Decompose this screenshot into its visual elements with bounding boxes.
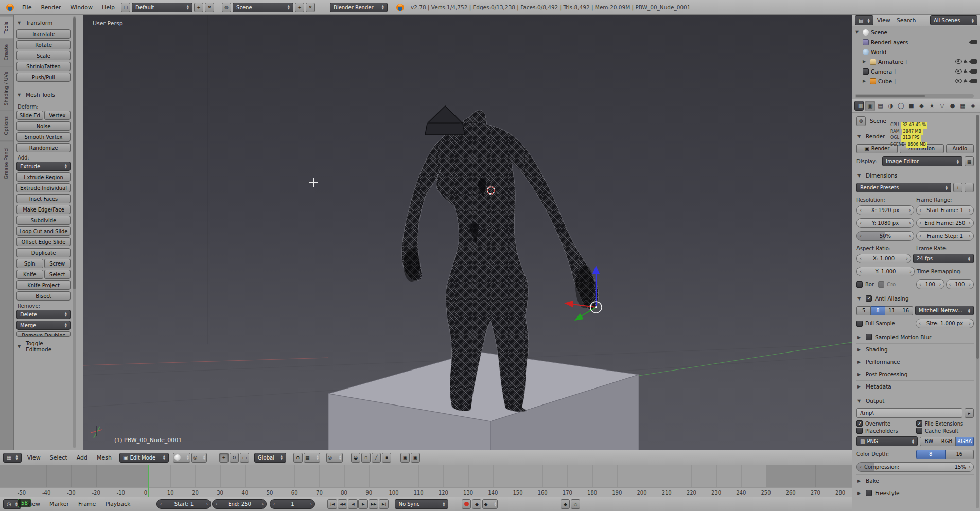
topbar-menu-item[interactable]: Render bbox=[36, 3, 65, 12]
scene-select[interactable]: Scene bbox=[233, 3, 293, 12]
expand-arrow-icon[interactable]: ▶ bbox=[863, 79, 868, 83]
outliner-row-cube[interactable]: ▶ Cube | bbox=[854, 76, 978, 86]
new-window-button[interactable]: ▦ bbox=[965, 156, 974, 166]
properties-tab[interactable]: ◈ bbox=[968, 101, 978, 111]
pedestal-cube[interactable] bbox=[328, 351, 639, 450]
properties-tab[interactable]: ▽ bbox=[937, 101, 947, 111]
tool-shelf-tab[interactable]: Create bbox=[0, 39, 13, 66]
scrollbar-thumb[interactable] bbox=[856, 95, 925, 97]
add-layout-button[interactable]: + bbox=[194, 3, 203, 12]
properties-tab[interactable]: ▤ bbox=[876, 101, 885, 111]
sync-mode-select[interactable]: No Sync bbox=[395, 499, 448, 509]
viewport-shading-select[interactable] bbox=[173, 453, 190, 463]
selectability-toggle-icon[interactable] bbox=[964, 69, 968, 74]
scene-datablock-icon[interactable]: ◍ bbox=[222, 3, 231, 12]
transform-tool-button[interactable]: Translate bbox=[16, 29, 71, 39]
resolution-x-field[interactable]: X: 1920 px bbox=[856, 205, 914, 215]
visibility-toggle-icon[interactable] bbox=[955, 79, 962, 83]
outliner-row-camera[interactable]: Camera | bbox=[854, 66, 978, 76]
z-axis-handle[interactable] bbox=[592, 266, 600, 274]
add-tool-button[interactable]: Knife Project bbox=[16, 280, 71, 290]
outliner-row-renderlayers[interactable]: RenderLayers bbox=[854, 37, 978, 47]
renderability-toggle-icon[interactable] bbox=[971, 69, 977, 74]
timeline-menu-item[interactable]: Playback bbox=[100, 499, 135, 509]
deform-tool-button[interactable]: Noise bbox=[16, 121, 71, 131]
aa-samples-8-button[interactable]: 8 bbox=[871, 306, 885, 315]
tool-shelf-tab[interactable]: Shading / UVs bbox=[0, 66, 13, 111]
panel-header-mesh-tools[interactable]: ▼ Mesh Tools bbox=[16, 88, 71, 101]
mode-select[interactable]: ▣ Edit Mode bbox=[119, 453, 169, 463]
color-mode-bw-button[interactable]: BW bbox=[920, 437, 938, 446]
knife-button[interactable]: Knife bbox=[16, 270, 43, 279]
panel-header-output[interactable]: ▼ Output bbox=[856, 394, 974, 408]
current-frame-cursor[interactable] bbox=[148, 465, 149, 497]
limit-selection-toggle[interactable]: ◒ bbox=[351, 453, 360, 463]
aa-samples-16-button[interactable]: 16 bbox=[899, 306, 913, 315]
collapsed-panel-header[interactable]: ▶ Post Processing bbox=[856, 368, 974, 380]
add-tool-button[interactable]: Offset Edge Slide bbox=[16, 237, 71, 246]
manipulator-rotate-toggle[interactable]: ↻ bbox=[230, 453, 239, 463]
aspect-x-field[interactable]: X: 1.000 bbox=[856, 254, 911, 263]
add-tool-button[interactable]: Duplicate bbox=[16, 248, 71, 257]
viewport-menu-item[interactable]: View bbox=[23, 453, 45, 463]
panel-header-toggle-editmode[interactable]: ▼ Toggle Editmode bbox=[16, 340, 71, 353]
color-mode-rgba-button[interactable]: RGBA bbox=[956, 437, 974, 446]
full-sample-checkbox[interactable]: Full Sample bbox=[856, 321, 914, 327]
properties-tab[interactable]: ◆ bbox=[917, 101, 926, 111]
outliner-filter-select[interactable]: All Scenes bbox=[930, 15, 977, 25]
aa-samples-11-button[interactable]: 11 bbox=[885, 306, 899, 315]
properties-tab[interactable]: ◑ bbox=[886, 101, 896, 111]
deform-tool-button[interactable]: Randomize bbox=[16, 143, 71, 152]
remove-doubles-button[interactable]: Remove Doubles bbox=[16, 331, 71, 337]
remove-menu[interactable]: Merge bbox=[16, 321, 71, 330]
properties-tab[interactable]: ◯ bbox=[896, 101, 906, 111]
vertex-slide-button[interactable]: Vertex bbox=[44, 111, 71, 120]
playback-button[interactable]: ◀ bbox=[348, 499, 358, 509]
frame-rate-select[interactable]: 24 fps bbox=[913, 254, 974, 263]
editor-type-button[interactable]: ▦ bbox=[3, 453, 22, 463]
transform-tool-button[interactable]: Rotate bbox=[16, 40, 71, 49]
delete-keyframe-button[interactable]: ◇ bbox=[571, 499, 580, 509]
knife-select-button[interactable]: Select bbox=[44, 270, 71, 279]
tool-shelf-tab[interactable]: Grease Pencil bbox=[0, 140, 13, 184]
frame-step-field[interactable]: Frame Step: 1 bbox=[916, 231, 974, 241]
renderability-toggle-icon[interactable] bbox=[971, 79, 977, 83]
start-frame-field[interactable]: Start: 1 bbox=[156, 499, 211, 509]
blender-logo-icon[interactable] bbox=[6, 4, 14, 11]
outliner-menu-item[interactable]: View bbox=[874, 15, 894, 25]
transform-tool-button[interactable]: Push/Pull bbox=[16, 73, 71, 82]
edge-slide-button[interactable]: Slide Ed bbox=[16, 111, 43, 120]
properties-tab[interactable]: ▣ bbox=[865, 101, 875, 111]
playback-button[interactable]: ◀◀ bbox=[338, 499, 347, 509]
color-depth-8-button[interactable]: 8 bbox=[916, 450, 946, 459]
transform-tool-button[interactable]: Scale bbox=[16, 51, 71, 60]
output-checkbox[interactable]: Overwrite bbox=[856, 420, 914, 427]
vertex-select-toggle[interactable]: ▫ bbox=[361, 453, 371, 463]
outliner-scrollbar[interactable] bbox=[855, 94, 974, 98]
auto-keyframe-toggle[interactable] bbox=[462, 499, 471, 509]
render-presets-select[interactable]: Render Presets bbox=[856, 183, 951, 192]
panel-checkbox[interactable] bbox=[866, 490, 872, 496]
pivot-point-select[interactable]: ◎ bbox=[191, 453, 207, 463]
spin-button[interactable]: Spin bbox=[16, 259, 43, 268]
scrollbar-thumb[interactable] bbox=[73, 17, 76, 289]
deform-tool-button[interactable]: Smooth Vertex bbox=[16, 132, 71, 142]
scrollbar-thumb[interactable] bbox=[976, 115, 979, 359]
start-frame-field[interactable]: Start Frame: 1 bbox=[916, 205, 974, 215]
add-tool-button[interactable]: Make Edge/Face bbox=[16, 205, 71, 214]
resolution-percentage-slider[interactable]: 50% bbox=[856, 231, 914, 241]
transform-orientation-select[interactable]: Global bbox=[254, 453, 286, 463]
remove-menu[interactable]: Delete bbox=[16, 310, 71, 319]
camera-object[interactable] bbox=[425, 106, 465, 135]
close-scene-button[interactable]: ✕ bbox=[306, 3, 315, 12]
border-checkbox[interactable]: Bor bbox=[856, 281, 874, 288]
remove-preset-button[interactable]: − bbox=[965, 183, 974, 192]
properties-tab[interactable]: ★ bbox=[927, 101, 937, 111]
x-axis-handle[interactable] bbox=[564, 301, 573, 307]
file-format-select[interactable]: ▤ PNG bbox=[856, 436, 918, 446]
opengl-render-image-button[interactable]: ▣ bbox=[400, 453, 410, 463]
compression-slider[interactable]: Compression: 15% bbox=[856, 462, 974, 472]
manipulator-scale-toggle[interactable]: ▭ bbox=[240, 453, 249, 463]
selectability-toggle-icon[interactable] bbox=[964, 79, 968, 84]
add-scene-button[interactable]: + bbox=[295, 3, 304, 12]
